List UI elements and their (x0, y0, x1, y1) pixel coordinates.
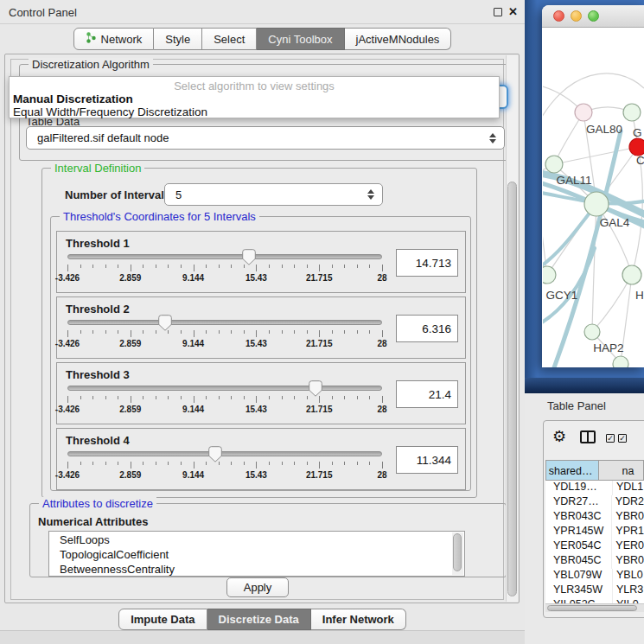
control-panel-scrollbar[interactable] (506, 55, 518, 602)
list-item[interactable]: SelfLoops (49, 532, 452, 546)
column-header-name[interactable]: na (599, 460, 644, 481)
slider-thumb[interactable] (242, 249, 256, 265)
table-data-combobox[interactable]: galFiltered.sif default node (26, 126, 505, 150)
tab-discretize-data[interactable]: Discretize Data (207, 609, 311, 630)
table-data-value: galFiltered.sif default node (37, 131, 169, 144)
threshold-label: Threshold 4 (66, 434, 130, 447)
node-label: C (636, 154, 644, 167)
dropdown-option-equal-width-frequency[interactable]: Equal Width/Frequency Discretization (12, 105, 496, 118)
node-label: G (633, 126, 642, 139)
close-icon[interactable]: ✕ (508, 5, 518, 18)
table-cell[interactable]: YBR045C (545, 554, 612, 569)
table-row[interactable]: YLR345WYLR3 (545, 583, 644, 598)
node-bottom[interactable] (613, 356, 628, 367)
attribute-list-scrollbar[interactable] (452, 532, 463, 575)
tick-label: 2.859 (119, 405, 141, 414)
table-cell[interactable]: YPR1 (612, 525, 644, 539)
node-gcy1[interactable] (543, 266, 556, 284)
table-cell[interactable]: YBR043C (545, 510, 612, 525)
control-panel: Control Panel ✕ Network Style Select Cyn… (0, 0, 525, 644)
tab-impute-data[interactable]: Impute Data (118, 609, 207, 630)
table-cell[interactable]: YER0 (612, 539, 644, 554)
slider-thumb[interactable] (208, 446, 222, 462)
node-his[interactable] (622, 265, 641, 284)
apply-button[interactable]: Apply (226, 577, 289, 597)
table-row[interactable]: YPR145WYPR1 (545, 525, 644, 539)
table-cell[interactable]: YPR145W (545, 525, 612, 539)
tab-jactivemnodules[interactable]: jActiveMNodules (345, 28, 452, 50)
node-label: GAL80 (586, 123, 622, 136)
tab-select[interactable]: Select (202, 28, 257, 50)
tick-label: 9.144 (182, 273, 204, 283)
slider-tick-marks (67, 330, 382, 337)
node-green[interactable] (623, 104, 641, 121)
table-panel-title: Table Panel (547, 399, 606, 412)
tab-style[interactable]: Style (154, 28, 202, 50)
list-item[interactable]: BetweennessCentrality (49, 561, 452, 576)
tick-label: 2.859 (119, 273, 141, 283)
dropdown-option-manual-discretization[interactable]: Manual Discretization (12, 92, 496, 105)
gear-icon[interactable]: ⚙ (552, 427, 566, 446)
combo-spinner-icon (367, 189, 374, 200)
scrollbar-thumb[interactable] (547, 605, 637, 611)
control-panel-title: Control Panel (9, 6, 77, 19)
float-window-icon[interactable] (494, 8, 502, 16)
slider-scale-labels: -3.4262.8599.14415.4321.71528 (67, 273, 382, 284)
threshold-2-value-field[interactable]: 6.316 (396, 315, 458, 342)
cyni-bottom-tabs: Impute Data Discretize Data Infer Networ… (0, 609, 525, 630)
table-row[interactable]: YDR27…YDR2 (545, 495, 644, 510)
table-cell[interactable]: YLR3 (613, 583, 643, 598)
threshold-4-slider[interactable] (67, 451, 382, 456)
table-row[interactable]: YBL079WYBL0 (545, 569, 644, 583)
scrollbar-thumb[interactable] (453, 533, 462, 571)
zoom-traffic-light-icon[interactable] (588, 10, 599, 22)
table-cell[interactable]: YER054C (545, 539, 612, 554)
status-strip (0, 630, 525, 644)
table-row[interactable]: YBR043CYBR0 (545, 510, 644, 525)
table-row[interactable]: YDL19…YDL1 (545, 481, 644, 495)
threshold-3-slider[interactable] (67, 386, 382, 391)
slider-thumb[interactable] (309, 380, 322, 397)
node-gal4[interactable] (584, 192, 609, 216)
threshold-label: Threshold 2 (66, 303, 130, 316)
network-canvas[interactable]: GAL80 G C GAL11 GAL4 GCY1 H HAP2 (543, 28, 644, 367)
attribute-list-items: SelfLoopsTopologicalCoefficientBetweenne… (49, 532, 452, 576)
tab-network[interactable]: Network (73, 28, 155, 50)
number-of-intervals-combobox[interactable]: 5 (164, 183, 383, 206)
slider-thumb[interactable] (158, 315, 172, 331)
table-cell[interactable]: YDR2 (612, 495, 644, 510)
table-cell[interactable]: YBL079W (545, 569, 613, 583)
table-cell[interactable]: YLR345W (545, 583, 613, 598)
node-pink[interactable] (575, 104, 592, 121)
table-row[interactable]: YBR045CYBR0 (545, 554, 644, 569)
threshold-1-slider[interactable] (67, 254, 382, 259)
slider-tick-marks (67, 265, 382, 271)
table-cell[interactable]: YDR27… (545, 495, 612, 510)
tab-cyni-toolbox[interactable]: Cyni Toolbox (257, 28, 344, 50)
threshold-4-value-field[interactable]: 11.344 (396, 446, 458, 474)
node-red-selected[interactable] (629, 138, 644, 156)
table-cell[interactable]: YBR0 (612, 554, 644, 569)
tick-label: -3.426 (55, 273, 80, 283)
table-cell[interactable]: YDL1 (613, 481, 643, 495)
desktop-shadow-strip (525, 378, 644, 393)
checkbox-icon[interactable]: ✓ (606, 434, 615, 443)
split-columns-icon[interactable] (580, 430, 596, 443)
checkbox-icon[interactable]: ✓ (618, 434, 627, 443)
minimize-traffic-light-icon[interactable] (571, 10, 582, 22)
threshold-1-value-field[interactable]: 14.713 (396, 249, 458, 277)
tab-infer-network[interactable]: Infer Network (311, 609, 406, 630)
table-horizontal-scrollbar[interactable] (545, 603, 644, 612)
node-gal11[interactable] (545, 156, 563, 173)
threshold-2-slider[interactable] (67, 320, 382, 325)
list-item[interactable]: TopologicalCoefficient (49, 546, 452, 561)
table-cell[interactable]: YBR0 (612, 510, 644, 525)
scrollbar-thumb[interactable] (507, 182, 517, 596)
node-hap2[interactable] (584, 324, 600, 340)
column-header-shared-name[interactable]: shared… (545, 460, 599, 481)
threshold-3-value-field[interactable]: 21.4 (396, 380, 458, 408)
table-row[interactable]: YER054CYER0 (545, 539, 644, 554)
table-cell[interactable]: YBL0 (613, 569, 643, 583)
close-traffic-light-icon[interactable] (553, 10, 564, 22)
table-cell[interactable]: YDL19… (545, 481, 613, 495)
